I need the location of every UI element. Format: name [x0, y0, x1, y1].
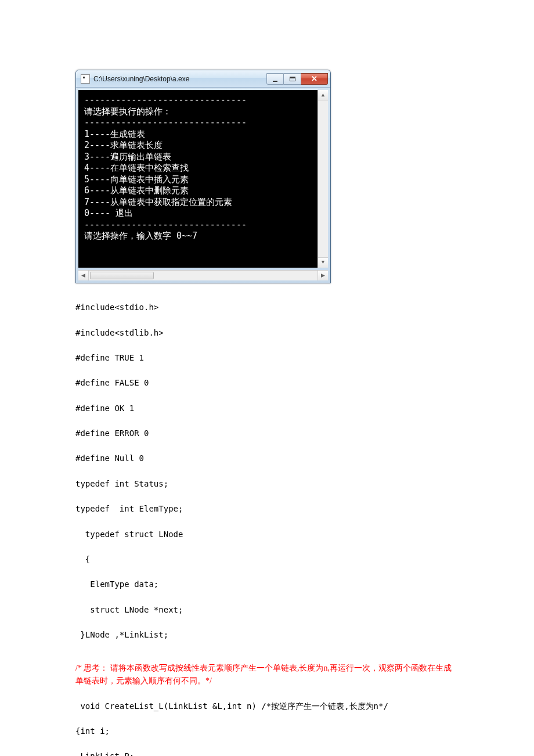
menu-item-1: 1----生成链表 [84, 129, 322, 141]
code-line: #define FALSE 0 [75, 377, 459, 390]
code-line: typedef int Status; [75, 478, 459, 491]
console-prompt: 请选择操作，输入数字 0~~7 [84, 231, 322, 242]
maximize-button[interactable] [284, 73, 301, 85]
menu-item-6: 6----从单链表中删除元素 [84, 185, 322, 197]
scroll-right-icon[interactable]: ▶ [317, 271, 328, 280]
console-window: C:\Users\xuning\Desktop\a.exe ✕ --------… [75, 70, 331, 283]
menu-item-7: 7----从单链表中获取指定位置的元素 [84, 197, 322, 208]
menu-item-2: 2----求单链表长度 [84, 140, 322, 152]
maximize-icon [290, 77, 295, 81]
code-comment-red: /* 思考： 请将本函数改写成按线性表元素顺序产生一个单链表,长度为n,再运行一… [75, 662, 459, 687]
menu-item-0: 0---- 退出 [84, 208, 322, 219]
divider-line: ------------------------------- [84, 219, 322, 231]
menu-item-3: 3----遍历输出单链表 [84, 152, 322, 163]
code-line: LinkList P; [75, 750, 459, 756]
code-line: #define Null 0 [75, 452, 459, 465]
code-line: { [75, 553, 459, 566]
blank-line [84, 253, 322, 263]
menu-item-4: 4----在单链表中检索查找 [84, 163, 322, 174]
code-line: #define ERROR 0 [75, 427, 459, 440]
divider-line: ------------------------------- [84, 95, 322, 106]
blank-line [84, 242, 322, 253]
horizontal-scrollbar[interactable]: ◀ ▶ [78, 270, 328, 280]
close-icon: ✕ [311, 74, 317, 83]
close-button[interactable]: ✕ [301, 73, 328, 85]
scroll-down-icon[interactable]: ▼ [318, 257, 328, 268]
code-line: {int i; [75, 725, 459, 738]
console-output[interactable]: ------------------------------- 请选择要执行的操… [78, 90, 328, 268]
minimize-icon [273, 81, 277, 82]
divider-line: ------------------------------- [84, 117, 322, 129]
console-heading: 请选择要执行的操作： [84, 106, 322, 118]
code-line: #include<stdio.h> [75, 301, 459, 314]
spacer [75, 654, 459, 662]
code-block-2: void CreateList_L(LinkList &L,int n) /*按… [75, 687, 459, 756]
vertical-scrollbar[interactable]: ▲ ▼ [317, 90, 328, 268]
scrollbar-thumb[interactable] [90, 272, 154, 279]
titlebar[interactable]: C:\Users\xuning\Desktop\a.exe ✕ [76, 70, 330, 88]
code-line: struct LNode *next; [75, 604, 459, 617]
minimize-button[interactable] [266, 73, 284, 85]
titlebar-left: C:\Users\xuning\Desktop\a.exe [81, 74, 189, 84]
app-icon [81, 74, 90, 84]
code-line: ElemType data; [75, 578, 459, 591]
code-line: void CreateList_L(LinkList &L,int n) /*按… [75, 700, 459, 713]
window-controls: ✕ [266, 73, 328, 85]
code-line: #define TRUE 1 [75, 352, 459, 365]
menu-item-5: 5----向单链表中插入元素 [84, 174, 322, 186]
code-line: typedef struct LNode [75, 528, 459, 541]
code-line: #include<stdlib.h> [75, 327, 459, 340]
code-line: typedef int ElemType; [75, 503, 459, 516]
scroll-up-icon[interactable]: ▲ [318, 90, 328, 100]
code-line: #define OK 1 [75, 402, 459, 415]
code-line: }LNode ,*LinkList; [75, 629, 459, 642]
scroll-left-icon[interactable]: ◀ [78, 271, 89, 280]
window-title: C:\Users\xuning\Desktop\a.exe [93, 75, 189, 83]
console-body: ------------------------------- 请选择要执行的操… [76, 88, 330, 270]
code-block-1: #include<stdio.h> #include<stdlib.h> #de… [75, 289, 459, 654]
